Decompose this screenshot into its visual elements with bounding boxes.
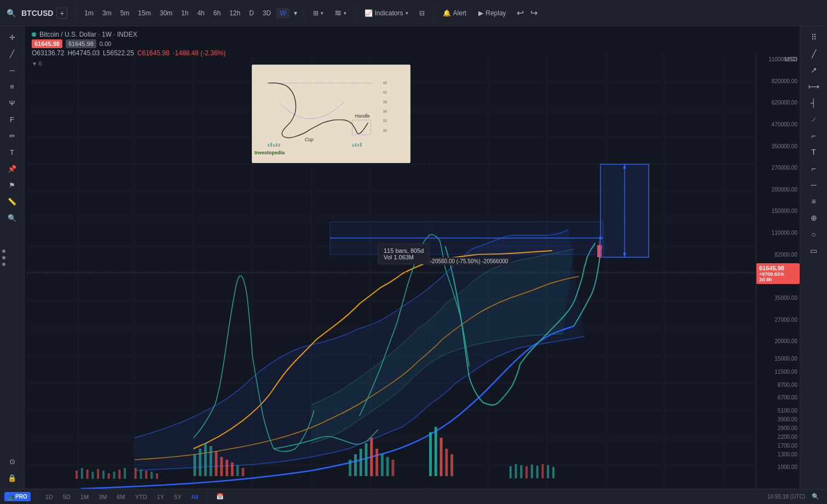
chart-type-btn[interactable]: ⊞ ▾ — [309, 7, 328, 19]
right-measure-tool[interactable]: ⌐ — [805, 128, 823, 143]
tv-icon: 📺 — [8, 494, 14, 500]
right-note-tool[interactable]: ⌐ — [805, 161, 823, 176]
right-trendline-tool[interactable]: ╱ — [805, 46, 823, 61]
svg-rect-89 — [268, 144, 269, 147]
tf-4h[interactable]: 4h — [194, 8, 207, 19]
tf-30m[interactable]: 30m — [157, 8, 176, 19]
channel-tool[interactable]: ≡ — [3, 79, 21, 94]
indicators-button[interactable]: 📈 Indicators ▾ — [360, 7, 413, 19]
tf-W[interactable]: W — [276, 8, 289, 19]
tf-5m[interactable]: 5m — [117, 8, 133, 19]
svg-rect-60 — [392, 460, 395, 476]
compare-btn[interactable]: ≋ ▾ — [330, 5, 351, 20]
svg-rect-29 — [86, 470, 89, 479]
status-dot — [32, 32, 36, 37]
fibonacci-tool[interactable]: F — [3, 112, 21, 127]
tf-6h[interactable]: 6h — [210, 8, 224, 19]
right-cursor-tool[interactable]: ⠿ — [805, 30, 823, 45]
right-text-tool[interactable]: T — [805, 144, 823, 160]
svg-rect-46 — [215, 451, 218, 476]
search-icon[interactable]: 🔍 — [4, 7, 18, 20]
text-tool[interactable]: T — [3, 144, 21, 160]
price-note-tool[interactable]: 📌 — [3, 161, 21, 176]
prev-price-badge: 61645.98 — [66, 39, 96, 48]
right-ray-tool[interactable]: ↗ — [805, 62, 823, 78]
tf-ytd-btn[interactable]: YTD — [132, 493, 151, 501]
svg-rect-63 — [440, 438, 443, 476]
alert-button[interactable]: 🔔 Alert — [438, 7, 471, 19]
undo-redo-section: ↩ ↪ — [514, 6, 540, 20]
svg-rect-39 — [145, 471, 147, 479]
indicators-arrow: ▾ — [406, 10, 408, 16]
tf-12h[interactable]: 12h — [226, 8, 244, 19]
vertical-indicator — [2, 250, 5, 266]
svg-rect-40 — [151, 472, 153, 479]
tf-3m-btn[interactable]: 3M — [95, 493, 110, 501]
tf-6m-btn[interactable]: 6M — [113, 493, 128, 501]
svg-rect-31 — [97, 469, 99, 479]
divider-1 — [76, 7, 77, 20]
compare-arrow: ▾ — [344, 10, 346, 16]
replay-icon: ▶ — [478, 9, 483, 17]
tf-all-btn[interactable]: All — [188, 493, 201, 501]
right-price-range-tool[interactable]: ┤ — [805, 95, 823, 111]
ruler-tool[interactable]: 📏 — [3, 194, 21, 209]
svg-text:42: 42 — [383, 90, 387, 94]
symbol-label[interactable]: BTCUSD — [21, 9, 53, 18]
right-rect-tool[interactable]: ▭ — [805, 243, 823, 258]
tf-5y-btn[interactable]: 5Y — [171, 493, 184, 501]
add-symbol-button[interactable]: + — [56, 8, 67, 19]
undo-button[interactable]: ↩ — [514, 6, 527, 20]
svg-rect-36 — [124, 468, 126, 479]
tf-1d-btn[interactable]: 1D — [42, 493, 56, 501]
tf-3m[interactable]: 3m — [99, 8, 115, 19]
left-toolbar: ✛ ╱ ─ ≡ Ψ F ✏ T 📌 ⚑ 📏 🔍 ⊙ 🔒 — [0, 26, 25, 489]
chart-type-arrow: ▾ — [321, 10, 323, 16]
pitchfork-tool[interactable]: Ψ — [3, 95, 21, 111]
horizontal-line-tool[interactable]: ─ — [3, 62, 21, 78]
replay-button[interactable]: ▶ Replay — [473, 8, 511, 19]
tf-D[interactable]: D — [246, 8, 257, 19]
timeframe-more-btn[interactable]: ▾ — [292, 8, 299, 19]
calendar-btn[interactable]: 📅 — [213, 492, 227, 501]
tf-1m-btn[interactable]: 1M — [77, 493, 92, 501]
price-2900: 2900.00 — [778, 425, 797, 431]
tf-1h[interactable]: 1h — [178, 8, 192, 19]
right-toolbar: ⠿ ╱ ↗ ⟼ ┤ ⟋ ⌐ T ⌐ ─ ≡ ⊕ ○ ▭ — [800, 26, 827, 489]
trend-line-tool[interactable]: ╱ — [3, 46, 21, 61]
ohlc-row: 61645.98 61645.98 0.00 — [32, 39, 225, 48]
right-path-tool[interactable]: ⟋ — [805, 112, 823, 127]
tf-1y-btn[interactable]: 1Y — [154, 493, 167, 501]
indicator-toggle[interactable]: ▼ 6 — [32, 58, 225, 68]
right-hline-tool[interactable]: ⟼ — [805, 79, 823, 94]
bottom-divider — [36, 493, 37, 501]
svg-rect-69 — [525, 466, 528, 478]
investopedia-footer: Investopedia — [255, 150, 408, 155]
indicators-icon: 📈 — [365, 9, 373, 17]
magnet-tool[interactable]: ⊙ — [3, 454, 21, 469]
svg-rect-64 — [445, 449, 448, 476]
layout-btn[interactable]: ⊟ — [415, 7, 429, 19]
tf-1m[interactable]: 1m — [81, 8, 97, 19]
lock-tool[interactable]: 🔒 — [3, 470, 21, 485]
svg-rect-34 — [113, 472, 115, 479]
right-cross-tool[interactable]: ⊕ — [805, 210, 823, 225]
right-circle-tool[interactable]: ○ — [805, 227, 823, 242]
svg-rect-45 — [210, 446, 212, 476]
bottom-divider-2 — [207, 493, 207, 501]
zoom-reset-btn[interactable]: 🔍 — [808, 492, 823, 501]
svg-rect-93 — [279, 144, 280, 147]
svg-rect-47 — [220, 457, 223, 476]
brush-tool[interactable]: ✏ — [3, 128, 21, 143]
tf-15m[interactable]: 15m — [135, 8, 154, 19]
cursor-tool[interactable]: ✛ — [3, 30, 21, 45]
tf-5d-btn[interactable]: 5D — [60, 493, 74, 501]
right-bars-tool[interactable]: ≡ — [805, 194, 823, 209]
svg-text:39: 39 — [383, 100, 387, 104]
tf-3D[interactable]: 3D — [259, 8, 274, 19]
right-hline2-tool[interactable]: ─ — [805, 177, 823, 193]
zoom-tool[interactable]: 🔍 — [3, 210, 21, 225]
redo-button[interactable]: ↪ — [528, 6, 540, 20]
flag-tool[interactable]: ⚑ — [3, 177, 21, 193]
svg-rect-50 — [236, 465, 239, 476]
